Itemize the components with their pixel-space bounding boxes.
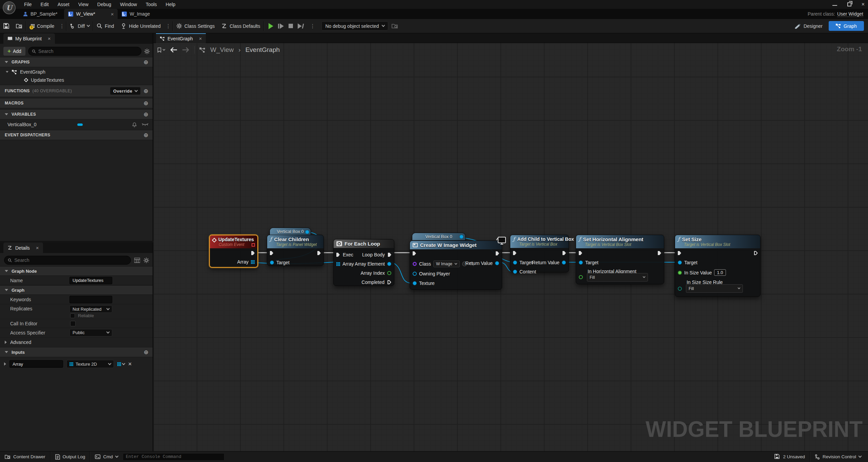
return-value-pin-row[interactable]: Return Value [465,261,499,266]
array-element-pin-row[interactable]: Array Element [355,261,391,267]
node-for-each-loop[interactable]: For Each Loop Exec Array Loop Body Array… [333,239,394,286]
exec-out-pin-row[interactable] [753,251,758,255]
array-out-pin-row[interactable]: Array [237,259,255,265]
node-set-horizontal-alignment[interactable]: ƒ Set Horizontal Alignment Target is Ver… [576,235,664,284]
container-type-select[interactable] [117,362,125,366]
hide-unrelated-button[interactable]: Hide Unrelated [117,19,164,33]
tab-close-icon[interactable]: × [111,11,114,17]
panel-splitter-horizontal[interactable] [0,241,153,243]
remove-input-icon[interactable]: × [128,361,132,368]
owning-player-pin-row[interactable]: Owning Player [413,271,450,276]
exec-out-pin-row[interactable] [251,251,255,255]
content-pin-row[interactable]: Content [513,269,536,274]
array-in-pin-row[interactable]: Array [336,261,354,267]
add-variable-icon[interactable]: ⊕ [143,112,149,117]
minimize-button[interactable] [832,3,837,6]
close-icon[interactable]: × [36,245,39,251]
debug-browse-button[interactable] [388,19,401,33]
menu-tools[interactable]: Tools [141,0,161,9]
tree-item-eventgraph[interactable]: EventGraph [5,69,45,75]
size-value-pin-row[interactable]: In Size Value 1.0 [678,269,726,276]
node-set-size[interactable]: ƒ Set Size Target is Vertical Box Slot T… [675,235,761,297]
stop-button[interactable] [289,24,293,28]
keywords-input[interactable] [70,296,112,303]
console-command-input[interactable] [126,454,221,459]
blueprint-search-input[interactable] [38,49,138,54]
output-pin-vertical-box[interactable] [459,235,463,239]
add-dispatcher-icon[interactable]: ⊕ [143,132,149,138]
section-graphs[interactable]: GRAPHS ⊕ [0,57,153,67]
output-log-button[interactable]: Output Log [51,451,90,462]
section-graph-node[interactable]: Graph Node [0,266,153,276]
close-button[interactable]: × [862,1,865,7]
cmd-selector[interactable]: Cmd [90,451,123,462]
advanced-expander[interactable]: Advanced [5,340,31,345]
name-input[interactable] [70,277,112,284]
find-button[interactable]: Find [93,19,117,33]
exec-in-pin-row[interactable] [677,251,682,255]
class-settings-button[interactable]: Class Settings [173,19,218,33]
tab-bp-sample[interactable]: BP_Sample* [19,9,61,19]
size-value-input[interactable]: 1.0 [714,269,726,276]
play-options-kebab[interactable]: ⋮ [308,23,317,29]
hide-unrelated-kebab[interactable]: ⋮ [164,23,173,29]
tab-w-image[interactable]: W_Image [118,9,154,19]
panel-settings-gear-icon[interactable] [144,49,150,54]
diff-button[interactable]: Diff [66,19,93,33]
menu-help[interactable]: Help [161,0,180,9]
my-blueprint-tab[interactable]: My Blueprint × [3,33,55,44]
reliable-checkbox[interactable] [70,313,75,318]
content-drawer-button[interactable]: Content Drawer [0,451,50,462]
eject-button[interactable] [298,23,303,29]
completed-pin-row[interactable]: Completed [361,280,392,285]
class-pin-row[interactable]: Class W Image [413,261,474,267]
menu-edit[interactable]: Edit [36,0,53,9]
restore-button[interactable] [847,2,851,6]
console-command-field[interactable] [123,453,224,461]
add-macro-icon[interactable]: ⊕ [143,100,149,106]
section-graph[interactable]: Graph [0,285,153,295]
class-defaults-button[interactable]: Class Defaults [218,19,263,33]
compile-button[interactable]: ? Compile [26,19,58,33]
graph-mode-button[interactable]: Graph [829,21,864,31]
section-variables[interactable]: VARIABLES ⊕ [0,109,153,119]
debug-object-select[interactable]: No debug object selected [321,21,388,31]
array-index-pin-row[interactable]: Array Index [360,270,391,276]
menu-file[interactable]: File [20,0,36,9]
replicates-select[interactable]: Not Replicated [70,305,112,313]
node-update-textures[interactable]: UpdateTextures Custom Event Array [209,235,258,268]
frame-skip-button[interactable] [278,23,284,29]
eye-closed-icon[interactable] [142,122,149,127]
section-functions[interactable]: FUNCTIONS (40 OVERRIDABLE) Override ⊕ [0,85,153,97]
menu-debug[interactable]: Debug [93,0,116,9]
target-pin-row[interactable]: Target [513,260,533,265]
display-filter-icon[interactable] [134,258,140,263]
section-inputs[interactable]: Inputs ⊕ [0,347,153,357]
details-search-input[interactable] [14,257,127,263]
unsaved-assets-button[interactable]: * 2 Unsaved [770,451,810,462]
menu-window[interactable]: Window [116,0,141,9]
exec-out-pin-row[interactable] [317,251,321,255]
play-button[interactable] [269,23,273,29]
exec-out-pin-row[interactable] [657,251,662,255]
exec-in-pin-row[interactable] [412,251,417,256]
enum-pin-icon[interactable] [579,275,583,279]
exec-out-pin-row[interactable] [562,251,567,255]
class-select[interactable]: W Image [433,261,460,267]
exec-in-pin-row[interactable] [512,251,517,255]
exec-out-pin-row[interactable] [495,251,500,256]
section-event-dispatchers[interactable]: EVENT DISPATCHERS ⊕ [0,130,153,140]
add-input-icon[interactable]: ⊕ [144,349,149,355]
menu-asset[interactable]: Asset [53,0,74,9]
save-button[interactable] [0,19,13,33]
close-icon[interactable]: × [48,36,51,41]
byte-enum-pin-icon[interactable] [678,287,682,291]
details-tab[interactable]: Details × [3,243,43,253]
parent-class-link[interactable]: User Widget [837,11,863,17]
loop-body-pin-row[interactable]: Loop Body [362,252,392,257]
node-add-child-to-vertical-box[interactable]: ƒ Add Child to Vertical Box Target is Ve… [510,235,569,272]
target-pin-row[interactable]: Target [270,260,290,265]
target-pin-row[interactable]: Target [678,260,697,265]
override-dropdown[interactable]: Override [110,87,141,95]
browse-to-asset-button[interactable] [13,19,26,33]
